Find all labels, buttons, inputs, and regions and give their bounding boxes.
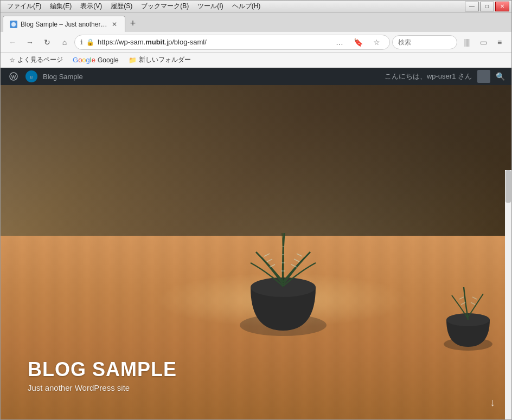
wp-avatar[interactable] (477, 70, 490, 83)
menu-bar: ファイル(F) 編集(E) 表示(V) 履歴(S) ブックマーク(B) ツール(… (3, 1, 265, 12)
wp-site-name[interactable]: Blog Sample (43, 73, 83, 81)
more-button[interactable]: … (332, 35, 347, 50)
bookmarks-new-folder[interactable]: 📁 新しいフォルダー (124, 54, 195, 66)
wp-admin-left: W B Blog Sample (7, 70, 83, 83)
address-bar[interactable]: ℹ 🔒 https://wp-sam.mubit.jp/blog-saml/ …… (74, 35, 390, 50)
refresh-button[interactable]: ↻ (40, 35, 55, 50)
sidebar-button[interactable]: ▭ (476, 35, 491, 50)
scrollbar-thumb[interactable] (505, 170, 511, 203)
svg-line-12 (297, 254, 302, 256)
svg-text:B: B (30, 75, 33, 80)
svg-line-8 (267, 259, 272, 262)
close-button[interactable]: ✕ (495, 2, 509, 11)
address-text: https://wp-sam.mubit.jp/blog-saml/ (98, 38, 329, 46)
menu-tools[interactable]: ツール(I) (193, 1, 227, 12)
svg-line-22 (472, 297, 477, 299)
hero-pot-right (436, 255, 501, 354)
lock-icon: 🔒 (86, 38, 94, 46)
bookmarks-bar: ☆ よく見るページ Google Google 📁 新しいフォルダー (1, 53, 511, 68)
menu-file[interactable]: ファイル(F) (3, 1, 46, 12)
wp-search-icon[interactable]: 🔍 (496, 72, 505, 81)
bookmarks-google[interactable]: Google Google (68, 55, 123, 65)
active-tab[interactable]: Blog Sample – Just another Wo… ✕ (3, 16, 125, 32)
menu-history[interactable]: 履歴(S) (106, 1, 137, 12)
back-button[interactable]: ← (5, 35, 20, 50)
svg-line-20 (459, 297, 464, 299)
hero-pot (223, 168, 343, 344)
menu-help[interactable]: ヘルプ(H) (228, 1, 265, 12)
menu-view[interactable]: 表示(V) (76, 1, 106, 12)
wp-logo[interactable]: W (7, 70, 20, 83)
browser-window: ファイル(F) 編集(E) 表示(V) 履歴(S) ブックマーク(B) ツール(… (0, 0, 512, 420)
info-icon: ℹ (80, 38, 83, 46)
search-input[interactable] (392, 35, 457, 49)
folder-icon: 📁 (129, 56, 137, 64)
maximize-button[interactable]: □ (480, 2, 494, 11)
menu-bookmarks[interactable]: ブックマーク(B) (137, 1, 193, 12)
star-icon: ☆ (9, 56, 15, 64)
bookmark-star-button[interactable]: ☆ (369, 35, 384, 50)
svg-line-11 (294, 259, 299, 262)
bookmarks-often[interactable]: ☆ よく見るページ (5, 54, 67, 66)
tab-title: Blog Sample – Just another Wo… (21, 21, 107, 28)
scroll-arrow[interactable]: ↓ (490, 396, 495, 409)
wp-admin-bar: W B Blog Sample こんにちは、wp-user1 さん 🔍 (1, 68, 511, 85)
hamburger-menu-button[interactable]: ≡ (492, 35, 507, 50)
hero-section: BLOG SAMPLE Just another WordPress site … (1, 85, 511, 419)
pocket-button[interactable]: 🔖 (350, 35, 366, 50)
menu-edit[interactable]: 編集(E) (46, 1, 76, 12)
home-button[interactable]: ⌂ (57, 35, 72, 50)
svg-line-21 (471, 302, 475, 305)
svg-line-9 (264, 254, 270, 256)
svg-line-19 (461, 302, 465, 305)
hero-subtitle: Just another WordPress site (28, 383, 177, 392)
navigation-bar: ← → ↻ ⌂ ℹ 🔒 https://wp-sam.mubit.jp/blog… (1, 32, 511, 53)
title-bar: ファイル(F) 編集(E) 表示(V) 履歴(S) ブックマーク(B) ツール(… (1, 1, 511, 12)
new-tab-button[interactable]: + (125, 16, 140, 31)
library-button[interactable]: ||| (459, 35, 475, 50)
nav-right-icons: ||| ▭ ≡ (459, 35, 507, 50)
hero-title: BLOG SAMPLE (28, 358, 177, 381)
window-controls: — □ ✕ (465, 2, 509, 11)
google-icon: Google (73, 56, 95, 64)
forward-button[interactable]: → (22, 35, 37, 50)
tab-favicon (10, 21, 17, 28)
minimize-button[interactable]: — (465, 2, 479, 11)
svg-text:W: W (11, 74, 16, 80)
hero-text: BLOG SAMPLE Just another WordPress site (28, 358, 177, 392)
scrollbar[interactable] (505, 170, 511, 419)
svg-point-0 (11, 22, 16, 27)
tab-bar: Blog Sample – Just another Wo… ✕ + (1, 12, 511, 32)
wp-greeting: こんにちは、wp-user1 さん (385, 72, 472, 81)
wp-admin-right: こんにちは、wp-user1 さん 🔍 (385, 70, 505, 83)
wp-blog-logo[interactable]: B (25, 70, 37, 82)
tab-close-button[interactable]: ✕ (111, 21, 118, 28)
